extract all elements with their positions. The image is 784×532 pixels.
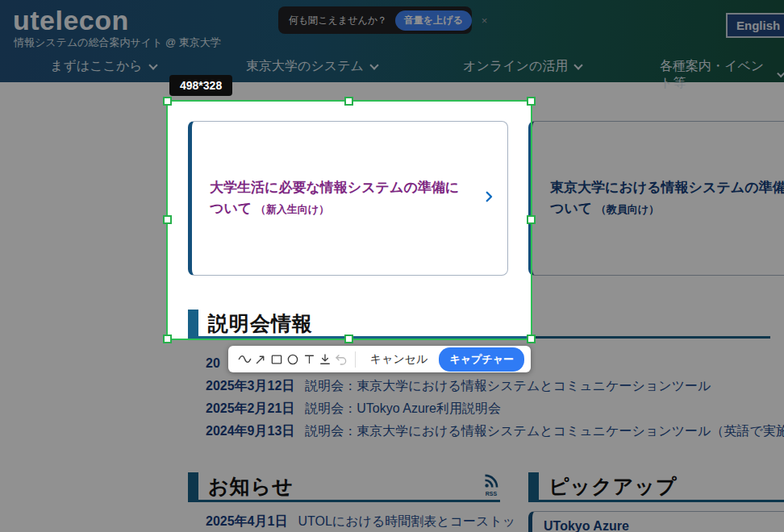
text-tool-button[interactable] <box>301 348 317 370</box>
resize-handle-middle-right[interactable] <box>527 215 536 224</box>
session-row: 2025年3月12日 説明会：東京大学における情報システムとコミュニケーションツ… <box>206 378 711 395</box>
nav-item-label: 東京大学のシステム <box>246 58 364 75</box>
resize-handle-middle-left[interactable] <box>163 215 172 224</box>
rss-feed-link[interactable]: RSS <box>481 473 502 497</box>
capture-toolbar: キャンセル キャプチャー <box>228 346 531 372</box>
site-tagline: 情報システムの総合案内サイト @ 東京大学 <box>14 35 221 50</box>
circle-icon <box>286 352 300 367</box>
resize-handle-top-middle[interactable] <box>344 97 353 106</box>
resize-handle-bottom-right[interactable] <box>527 335 536 343</box>
audio-notification-toast: 何も聞こえませんか？ 音量を上げる × <box>278 6 472 34</box>
heading-rule <box>188 500 500 502</box>
rectangle-draw-tool-button[interactable] <box>269 348 285 370</box>
download-button[interactable] <box>317 348 333 370</box>
session-date: 20 <box>206 356 220 371</box>
session-date: 2025年3月12日 <box>206 378 294 395</box>
rss-icon <box>483 473 499 489</box>
news-date: 2025年4月1日 <box>206 513 287 530</box>
toolbar-divider <box>355 351 356 368</box>
nav-item-start-here[interactable]: まずはここから <box>50 58 156 75</box>
pickup-card-utokyo-azure[interactable]: UTokyo Azure <box>528 511 784 532</box>
chevron-down-icon <box>369 60 378 69</box>
close-icon[interactable]: × <box>482 15 488 27</box>
text-icon <box>302 352 316 366</box>
language-english-button[interactable]: English <box>726 13 784 38</box>
resize-handle-top-left[interactable] <box>163 97 172 106</box>
download-icon <box>318 352 332 367</box>
toast-message: 何も聞こえませんか？ <box>289 14 387 27</box>
pickup-card-title: UTokyo Azure <box>544 519 784 532</box>
undo-icon <box>334 352 348 367</box>
rss-label: RSS <box>481 491 502 497</box>
undo-button[interactable] <box>333 348 349 370</box>
rectangle-icon <box>269 352 284 367</box>
session-row-partial: 20 <box>206 356 220 371</box>
arrow-icon <box>253 352 268 367</box>
resize-handle-bottom-middle[interactable] <box>344 335 353 343</box>
resize-handle-top-right[interactable] <box>527 97 536 106</box>
chevron-down-icon <box>148 60 157 69</box>
session-link[interactable]: 説明会：東京大学における情報システムとコミュニケーションツール（英語で実施 <box>305 423 784 440</box>
session-row: 2024年9月13日 説明会：東京大学における情報システムとコミュニケーションツ… <box>206 423 784 440</box>
session-link[interactable]: 説明会：UTokyo Azure利用説明会 <box>305 401 501 418</box>
session-row: 2025年2月21日 説明会：UTokyo Azure利用説明会 <box>206 401 501 418</box>
nav-item-utokyo-systems[interactable]: 東京大学のシステム <box>246 58 377 75</box>
selection-dimensions-badge: 498*328 <box>169 75 232 96</box>
capture-selection-region[interactable] <box>166 100 532 340</box>
pickup-heading: ピックアップ <box>548 473 678 500</box>
volume-up-button[interactable]: 音量を上げる <box>395 10 472 31</box>
nav-item-guides-events[interactable]: 各種案内・イベント等 <box>660 58 784 92</box>
session-date: 2024年9月13日 <box>206 423 294 440</box>
session-date: 2025年2月21日 <box>206 401 294 418</box>
nav-item-label: まずはここから <box>50 58 143 75</box>
news-heading: お知らせ <box>208 473 294 500</box>
arrow-draw-tool-button[interactable] <box>252 348 269 370</box>
news-link[interactable]: UTOLにおける時間割表とコーストッ <box>298 513 515 530</box>
heading-accent-bar <box>528 472 539 501</box>
card-faculty[interactable]: 東京大学における情報システムの準備について （教員向け） <box>528 121 784 276</box>
capture-button[interactable]: キャプチャー <box>439 347 524 372</box>
session-link[interactable]: 説明会：東京大学における情報システムとコミュニケーションツール <box>305 378 711 395</box>
nav-item-label: 各種案内・イベント等 <box>660 58 771 92</box>
wave-icon <box>237 351 252 367</box>
heading-accent-bar <box>188 472 198 501</box>
heading-rule <box>528 500 784 502</box>
nav-item-online-usage[interactable]: オンラインの活用 <box>463 58 582 75</box>
news-row: 2025年4月1日 UTOLにおける時間割表とコーストッ <box>206 513 515 530</box>
ellipse-draw-tool-button[interactable] <box>285 348 301 370</box>
cancel-button[interactable]: キャンセル <box>363 352 436 367</box>
resize-handle-bottom-left[interactable] <box>163 335 172 343</box>
wave-draw-tool-button[interactable] <box>236 348 252 370</box>
site-logo[interactable]: utelecon <box>13 5 129 36</box>
card-audience: （教員向け） <box>596 203 659 215</box>
chevron-down-icon <box>777 69 784 78</box>
nav-item-label: オンラインの活用 <box>463 58 568 75</box>
card-title: 東京大学における情報システムの準備について <box>550 180 784 216</box>
chevron-down-icon <box>574 60 583 69</box>
